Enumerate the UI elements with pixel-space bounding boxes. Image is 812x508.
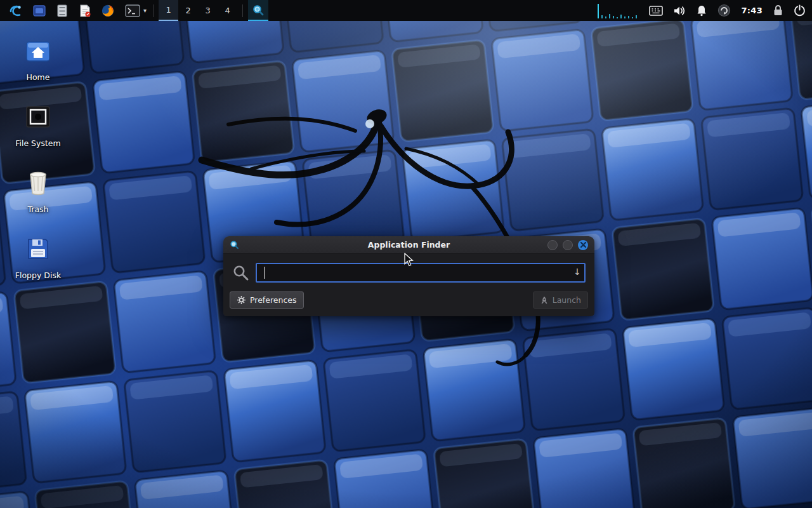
desktop: Home File System Trash	[0, 0, 812, 508]
preferences-button[interactable]: Preferences	[230, 291, 304, 309]
cpu-graph-widget[interactable]	[597, 3, 639, 19]
panel-separator	[153, 4, 154, 17]
home-icon	[24, 37, 52, 65]
top-panel: ▾ 1 2 3 4	[0, 0, 812, 21]
search-icon	[232, 264, 249, 281]
gear-icon	[237, 295, 246, 305]
desktop-icon-floppy[interactable]: Floppy Disk	[10, 234, 66, 280]
dropdown-arrow-icon[interactable]: ↓	[573, 267, 581, 277]
text-editor-icon	[78, 4, 92, 18]
taskbar-app-finder-button[interactable]	[248, 0, 268, 21]
kali-logo-icon	[9, 3, 24, 18]
launch-button[interactable]: Launch	[533, 291, 588, 309]
window-title: Application Finder	[223, 240, 594, 250]
launch-rocket-icon	[540, 296, 549, 305]
firefox-icon	[101, 4, 115, 18]
keyboard-icon	[649, 6, 663, 16]
launch-label: Launch	[553, 295, 581, 305]
volume-indicator[interactable]	[673, 5, 686, 17]
lock-icon	[773, 4, 783, 17]
desktop-icon-home[interactable]: Home	[10, 36, 66, 82]
workspace-button-2[interactable]: 2	[178, 0, 198, 21]
updates-indicator[interactable]	[717, 4, 731, 17]
close-button[interactable]	[578, 240, 588, 250]
minimize-button[interactable]	[547, 240, 558, 250]
window-app-finder-icon	[230, 240, 239, 250]
workspace-button-4[interactable]: 4	[218, 0, 237, 21]
terminal-dropdown-chevron-icon[interactable]: ▾	[143, 7, 147, 14]
preferences-label: Preferences	[250, 295, 297, 305]
desktop-icon-label: Floppy Disk	[10, 271, 66, 280]
volume-icon	[673, 5, 686, 17]
keyboard-layout-indicator[interactable]	[649, 6, 663, 16]
panel-separator	[242, 4, 243, 17]
workspace-button-3[interactable]: 3	[198, 0, 218, 21]
application-finder-window: Application Finder	[223, 236, 594, 316]
window-controls	[547, 240, 588, 250]
text-caret	[264, 267, 265, 279]
desktop-icon-label: Home	[10, 72, 66, 82]
terminal-launcher[interactable]	[122, 3, 143, 19]
firefox-launcher[interactable]	[100, 3, 116, 19]
floppy-disk-icon	[25, 236, 51, 262]
finder-body: ↓ Preferences Launc	[223, 254, 594, 316]
text-editor-launcher[interactable]	[77, 3, 93, 19]
archive-manager-launcher[interactable]	[54, 3, 70, 19]
desktop-icon-label: Trash	[10, 204, 66, 214]
archive-cabinet-icon	[55, 4, 69, 18]
system-tray: 7:43	[597, 3, 806, 19]
desktop-icon-trash[interactable]: Trash	[10, 168, 66, 214]
logout-button[interactable]	[794, 4, 806, 17]
clock[interactable]: 7:43	[741, 6, 763, 15]
notifications-indicator[interactable]	[696, 4, 707, 17]
file-system-icon	[25, 104, 51, 130]
desktop-icon-file-system[interactable]: File System	[10, 102, 66, 148]
app-finder-task-icon	[252, 4, 265, 17]
workspace-button-1[interactable]: 1	[159, 0, 178, 21]
cpu-graph-icon	[597, 3, 639, 19]
power-icon	[794, 4, 806, 17]
titlebar[interactable]: Application Finder	[223, 236, 594, 254]
bell-icon	[696, 4, 707, 17]
updates-icon	[717, 4, 731, 17]
close-icon	[580, 242, 586, 248]
file-manager-icon	[32, 4, 46, 18]
file-manager-launcher[interactable]	[31, 3, 48, 19]
terminal-icon	[125, 4, 140, 17]
screen-lock-indicator[interactable]	[773, 4, 783, 17]
desktop-icon-label: File System	[10, 138, 66, 148]
kali-menu-button[interactable]	[8, 3, 25, 19]
trash-icon	[25, 170, 51, 196]
search-input[interactable]	[256, 263, 586, 283]
maximize-button[interactable]	[563, 240, 573, 250]
